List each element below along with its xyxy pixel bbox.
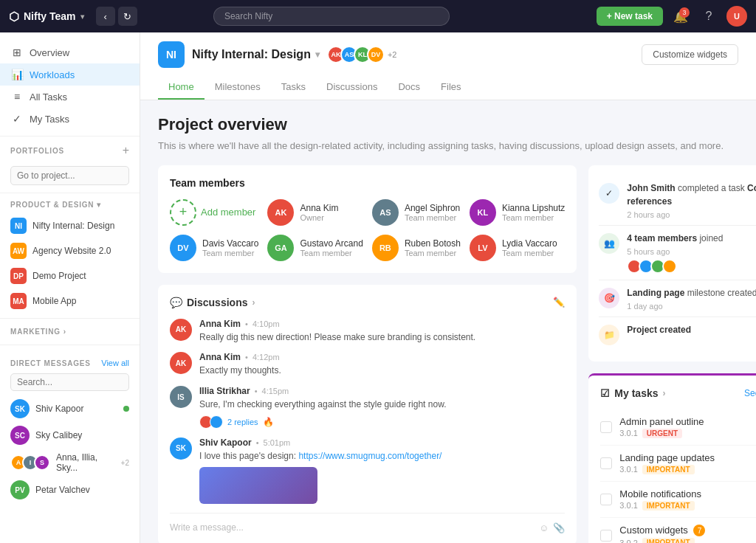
project-nav: Home Milestones Tasks Discussions Docs F… <box>158 75 738 100</box>
marketing-section[interactable]: MARKETING › <box>0 323 140 340</box>
nav-item-milestones[interactable]: Milestones <box>205 75 271 100</box>
task-item-mobile: Mobile notifications 3.0.1 IMPORTANT 📅 T… <box>600 482 756 518</box>
member-count: +2 <box>388 50 397 59</box>
search-project-container <box>0 162 140 190</box>
discussions-expand-icon[interactable]: › <box>252 297 255 308</box>
activity-time-3: 1 day ago <box>627 302 756 311</box>
dm-search-input[interactable] <box>10 373 129 391</box>
activity-project-text: Project created <box>627 325 691 335</box>
see-more-tasks-link[interactable]: See 5 more tasks <box>744 388 756 398</box>
msg-content-4: Shiv Kapoor • 5:01pm I love this page's … <box>199 437 565 504</box>
nav-item-docs[interactable]: Docs <box>388 75 430 100</box>
brand[interactable]: ⬡ Nifty Team ▾ <box>9 10 84 24</box>
task-tag-landing: IMPORTANT <box>642 465 695 474</box>
dm-avatar-shiv: SK <box>10 399 30 418</box>
group-avatars: A I S <box>10 454 50 471</box>
team-member-info-ruben: Ruben Botosh Team member <box>405 238 461 257</box>
emoji-icon[interactable]: ☺ <box>539 522 549 533</box>
task-checkbox-mobile[interactable] <box>600 494 612 505</box>
team-member-avatar-ruben: RB <box>372 235 399 261</box>
edit-discussion-icon[interactable]: ✏️ <box>553 297 565 308</box>
nav-item-discussions[interactable]: Discussions <box>316 75 388 100</box>
discussion-message-1: AK Anna Kim • 4:10pm Really dig this new… <box>170 319 565 344</box>
message-image <box>199 467 317 504</box>
task-checkbox-landing[interactable] <box>600 457 612 469</box>
task-info-widgets: Custom widgets 7 3.0.2 IMPORTANT <box>619 525 752 544</box>
collapse-icon: ▾ <box>97 201 101 209</box>
discussions-card: 💬 Discussions › ✏️ AK Anna Kim <box>158 285 577 544</box>
task-meta-landing: 3.0.1 IMPORTANT <box>619 465 756 474</box>
sidebar-item-my-tasks[interactable]: ✓ My Tasks <box>0 108 140 130</box>
back-button[interactable]: ‹ <box>96 7 115 26</box>
notifications-button[interactable]: 🔔 3 <box>670 6 691 27</box>
task-tag-widgets: IMPORTANT <box>642 538 695 543</box>
team-members-section: Team members + Add member AK Anna Kim Ow… <box>158 165 577 273</box>
smugmug-link[interactable]: https://www.smugmug.com/together/ <box>298 451 441 461</box>
search-input[interactable] <box>213 7 450 26</box>
nav-item-tasks[interactable]: Tasks <box>271 75 316 100</box>
reply-avatars <box>199 415 223 429</box>
content-grid: Team members + Add member AK Anna Kim Ow… <box>158 165 738 544</box>
new-task-button[interactable]: + New task <box>597 7 663 26</box>
nav-item-files[interactable]: Files <box>430 75 471 100</box>
team-member-info-lydia: Lydia Vaccaro Team member <box>502 238 565 257</box>
notification-badge: 3 <box>679 7 690 18</box>
customize-widgets-button[interactable]: Customize widgets <box>642 44 738 65</box>
dm-item-petar[interactable]: PV Petar Valchev <box>0 477 140 503</box>
history-button[interactable]: ↻ <box>118 7 137 26</box>
message-input[interactable] <box>170 522 533 533</box>
sidebar-item-all-tasks[interactable]: ≡ All Tasks <box>0 86 140 108</box>
sidebar-item-overview[interactable]: ⊞ Overview <box>0 41 140 63</box>
message-input-area: ☺ 📎 <box>170 513 565 533</box>
page-title: Project overview <box>158 115 738 134</box>
team-member-card-kianna: KL Kianna Lipshutz Team member <box>470 199 565 226</box>
dm-item-sky[interactable]: SC Sky Calibey <box>0 422 140 449</box>
team-member-info-gustavo: Gustavo Arcand Team member <box>300 238 362 257</box>
my-tasks-header: ☑ My tasks › See 5 more tasks <box>600 387 756 399</box>
help-button[interactable]: ? <box>698 6 719 27</box>
dm-item-group[interactable]: A I S Anna, Illia, Sky... +2 <box>0 449 140 477</box>
activity-content-milestone: Landing page milestone created 1 day ago <box>627 286 756 311</box>
team-member-card-anna: AK Anna Kim Owner <box>267 199 362 226</box>
activity-icon-milestone: 🎯 <box>599 288 619 308</box>
dm-item-shiv[interactable]: SK Shiv Kapoor <box>0 395 140 422</box>
dm-header: DIRECT MESSAGES View all <box>0 356 140 370</box>
reply-count[interactable]: 2 replies <box>227 418 258 426</box>
project-item-demo[interactable]: DP Demo Project <box>0 263 140 288</box>
activity-user: John Smith <box>627 183 675 193</box>
view-all-dm[interactable]: View all <box>101 359 129 367</box>
discussions-icon: 💬 <box>170 297 182 308</box>
activity-content-task: John Smith completed a task Collect more… <box>627 181 756 219</box>
team-member-info-kianna: Kianna Lipshutz Team member <box>502 203 565 222</box>
activity-item-milestone: 🎯 Landing page milestone created 1 day a… <box>599 280 756 317</box>
topbar-right: + New task 🔔 3 ? U <box>597 6 747 27</box>
dm-section: DIRECT MESSAGES View all SK Shiv Kapoor … <box>0 350 140 506</box>
project-header: NI Nifty Internal: Design ▾ AK AS KL DV … <box>140 32 756 100</box>
add-portfolio-button[interactable]: + <box>123 144 129 157</box>
search-container <box>213 7 450 26</box>
right-column: ✓ John Smith completed a task Collect mo… <box>588 165 756 544</box>
task-checkbox-admin[interactable] <box>600 421 612 433</box>
activity-content-members: 4 team members joined 5 hours ago <box>627 232 723 274</box>
overview-icon: ⊞ <box>10 46 24 58</box>
nav-item-home[interactable]: Home <box>158 75 205 100</box>
dm-avatar-petar: PV <box>10 480 30 499</box>
attachment-icon[interactable]: 📎 <box>553 522 565 533</box>
add-member-button[interactable]: + Add member <box>170 199 258 226</box>
all-tasks-icon: ≡ <box>10 91 24 103</box>
project-item-agency[interactable]: AW Agency Website 2.0 <box>0 238 140 263</box>
project-info: NI Nifty Internal: Design ▾ AK AS KL DV … <box>158 41 396 68</box>
activity-content-project: Project created <box>627 323 691 345</box>
task-meta-admin: 3.0.1 URGENT <box>619 429 753 438</box>
project-item-nifty[interactable]: NI Nifty Internal: Design <box>0 213 140 238</box>
fire-icon: 🔥 <box>263 417 274 427</box>
project-item-mobile[interactable]: MA Mobile App <box>0 288 140 314</box>
search-project-input[interactable] <box>10 166 129 185</box>
user-avatar[interactable]: U <box>726 6 747 27</box>
project-dropdown-icon[interactable]: ▾ <box>315 49 320 60</box>
product-design-section[interactable]: PRODUCT & DESIGN ▾ <box>0 196 140 213</box>
message-input-icons: ☺ 📎 <box>539 522 565 533</box>
sidebar-item-workloads[interactable]: 📊 Workloads <box>0 63 140 86</box>
tasks-expand-icon[interactable]: › <box>663 388 666 398</box>
task-checkbox-widgets[interactable] <box>600 530 612 542</box>
